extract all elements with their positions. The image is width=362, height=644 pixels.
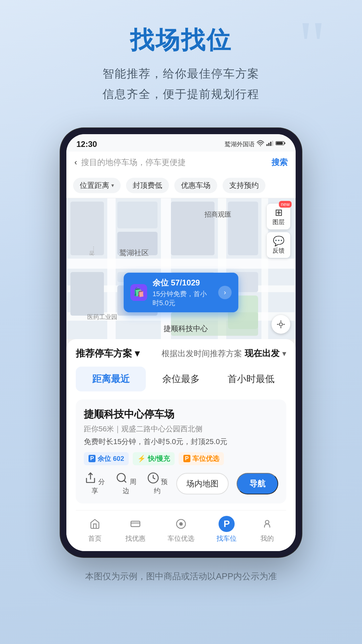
svg-rect-14: [161, 198, 171, 339]
svg-rect-42: [131, 521, 140, 527]
tab-nearest[interactable]: 距离最近: [76, 367, 146, 391]
indoor-map-button[interactable]: 场内地图: [176, 473, 229, 494]
footer-note: 本图仅为示例，图中商品或活动以APP内公示为准: [0, 557, 362, 602]
svg-rect-10: [67, 259, 295, 269]
bottom-panel: 推荐停车方案 ▾ 根据出发时间推荐方案 现在出发 ▾ 距离最近 余位: [66, 339, 296, 551]
svg-point-33: [279, 323, 282, 326]
search-button[interactable]: 搜索: [272, 157, 288, 168]
profile-icon: [259, 516, 275, 532]
phone-mockup: 12:30 鹫湖外国语 ‹ 搜目的地停车场，停车更便捷: [0, 128, 362, 557]
nav-find-spot[interactable]: P 找车位: [217, 516, 237, 543]
tab-lowest-first-hour[interactable]: 首小时最低: [216, 367, 286, 391]
svg-rect-4: [270, 142, 272, 146]
bottom-nav: 首页 找优惠 车位优选 P: [76, 510, 286, 551]
status-icons: 鹫湖外国语: [225, 140, 286, 148]
rec-header: 推荐停车方案 ▾ 根据出发时间推荐方案 现在出发 ▾: [76, 347, 286, 360]
svg-rect-20: [171, 202, 215, 255]
nav-discount[interactable]: 找优惠: [125, 516, 145, 543]
svg-rect-22: [70, 272, 104, 316]
svg-point-1: [260, 145, 261, 146]
filter-tag-reservation[interactable]: 支持预约: [223, 178, 265, 193]
new-badge: new: [279, 201, 292, 208]
action-icons: 分享 周边 预约: [84, 472, 168, 495]
tag-preferred: P 车位优选: [179, 452, 224, 465]
tag-spots: P 余位 602: [84, 452, 129, 465]
popup-icon: 🛍️: [130, 284, 147, 301]
svg-rect-3: [268, 143, 269, 146]
navigation-button[interactable]: 导航: [237, 473, 278, 494]
chevron-down-icon: ▾: [111, 182, 114, 189]
tag-charging: ⚡ 快/慢充: [133, 452, 175, 465]
svg-rect-18: [117, 202, 158, 228]
parking-price: 免费时长15分钟，首小时5.0元，封顶25.0元: [84, 437, 278, 447]
map-controls: ⊞ 图层 new 💬 反馈: [267, 204, 290, 258]
svg-text:招商观匯: 招商观匯: [204, 211, 231, 218]
svg-text:和...: 和...: [89, 246, 95, 256]
parking-name: 捷顺科技中心停车场: [84, 408, 278, 421]
svg-rect-5: [272, 141, 273, 146]
reserve-action[interactable]: 预约: [146, 472, 168, 495]
layer-button[interactable]: ⊞ 图层 new: [267, 204, 290, 229]
back-icon[interactable]: ‹: [74, 158, 77, 167]
svg-text:鹫湖社区: 鹫湖社区: [119, 249, 149, 257]
svg-rect-7: [276, 142, 283, 145]
popup-info: 余位 57/1029 15分钟免费，首小时5.0元: [153, 277, 213, 308]
svg-rect-17: [70, 202, 104, 255]
status-bar: 12:30 鹫湖外国语: [66, 134, 296, 152]
parking-address: 距你56米｜观盛二路中心公园西北侧: [84, 424, 278, 434]
svg-text:医药工业园: 医药工业园: [87, 314, 117, 320]
chevron-down-icon[interactable]: ▾: [135, 348, 139, 359]
share-action[interactable]: 分享: [84, 472, 106, 495]
sort-tabs: 距离最近 余位最多 首小时最低: [76, 367, 286, 391]
chevron-down-icon-time[interactable]: ▾: [282, 349, 286, 358]
locate-button[interactable]: [272, 315, 290, 334]
rec-time-selector[interactable]: 根据出发时间推荐方案 现在出发 ▾: [162, 347, 286, 359]
svg-line-40: [124, 480, 126, 483]
find-spot-icon: P: [219, 516, 235, 532]
charging-icon: ⚡: [137, 454, 146, 463]
search-input[interactable]: 搜目的地停车场，停车更便捷: [81, 157, 267, 168]
feedback-button[interactable]: 💬 反馈: [267, 232, 290, 258]
parking-tags: P 余位 602 ⚡ 快/慢充 P 车位优选: [84, 452, 278, 465]
svg-rect-2: [266, 144, 268, 146]
phone-frame: 12:30 鹫湖外国语 ‹ 搜目的地停车场，停车更便捷: [60, 128, 302, 557]
carrier-label: 鹫湖外国语: [225, 140, 255, 148]
filter-tag-price[interactable]: 封顶费低: [126, 178, 169, 193]
map-location-label: 捷顺科技中心: [164, 324, 208, 334]
parking-popup[interactable]: 🛍️ 余位 57/1029 15分钟免费，首小时5.0元 ›: [124, 273, 238, 312]
search-bar: ‹ 搜目的地停车场，停车更便捷 搜索: [66, 152, 296, 173]
filter-tag-location[interactable]: 位置距离 ▾: [73, 178, 121, 193]
popup-title: 余位 57/1029: [153, 277, 213, 288]
phone-screen: 12:30 鹫湖外国语 ‹ 搜目的地停车场，停车更便捷: [66, 134, 296, 551]
nav-profile[interactable]: 我的: [259, 516, 275, 543]
svg-text:": ": [298, 7, 326, 74]
svg-rect-8: [284, 142, 285, 144]
svg-point-45: [180, 523, 182, 525]
spot-select-icon: [173, 516, 189, 532]
svg-point-39: [117, 473, 125, 481]
parking-card: 捷顺科技中心停车场 距你56米｜观盛二路中心公园西北侧 免费时长15分钟，首小时…: [76, 399, 286, 503]
rec-title: 推荐停车方案 ▾: [76, 347, 139, 360]
nav-spot-select[interactable]: 车位优选: [168, 516, 194, 543]
nearby-action[interactable]: 周边: [115, 472, 137, 495]
ticket-icon: [127, 516, 143, 532]
svg-point-46: [265, 520, 269, 524]
nav-home[interactable]: 首页: [87, 516, 103, 543]
battery-icon: [276, 141, 286, 148]
tab-most-spots[interactable]: 余位最多: [146, 367, 216, 391]
popup-subtitle: 15分钟免费，首小时5.0元: [153, 289, 213, 308]
filter-bar: 位置距离 ▾ 封顶费低 优惠车场 支持预约: [66, 173, 296, 198]
signal-icon: [266, 140, 274, 148]
status-time: 12:30: [76, 140, 97, 149]
home-icon: [87, 516, 103, 532]
filter-tag-discount[interactable]: 优惠车场: [174, 178, 217, 193]
popup-arrow-icon[interactable]: ›: [218, 286, 232, 299]
parking-actions: 分享 周边 预约 场内地图 导航: [84, 472, 278, 495]
map-area[interactable]: 鹫湖社区 医药工业园 招商观匯 和... ⊞ 图层 new: [66, 198, 296, 339]
wifi-icon: [257, 140, 264, 148]
svg-rect-21: [228, 202, 258, 255]
